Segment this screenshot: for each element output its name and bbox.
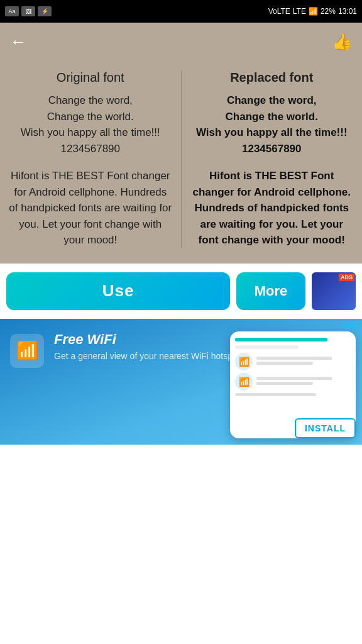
status-bar: Aa 🖼 ⚡ VoLTE LTE 📶 22% 13:01 xyxy=(0,0,362,23)
use-button[interactable]: Use xyxy=(6,272,230,310)
font-preview-area: Original font Change the word,Change the… xyxy=(0,60,362,264)
like-button[interactable]: 👍 xyxy=(332,32,352,52)
ad-label: ADS xyxy=(341,321,358,330)
mock-bar-header xyxy=(235,338,327,341)
original-font-header: Original font xyxy=(9,70,172,85)
original-font-sample2: Hifont is THE BEST Font changer for Andr… xyxy=(9,168,172,248)
status-volte: VoLTE xyxy=(268,7,290,16)
mock-bar-sub xyxy=(235,345,299,349)
font-columns: Original font Change the word,Change the… xyxy=(0,70,362,248)
original-font-sample1: Change the word,Change the world.Wish yo… xyxy=(9,92,172,157)
icon-aa: Aa xyxy=(5,6,19,16)
icon-usb: ⚡ xyxy=(38,6,52,16)
status-lte: LTE xyxy=(293,7,306,16)
mock-lines-1 xyxy=(256,357,351,367)
replaced-font-sample2: Hifont is THE BEST Font changer for Andr… xyxy=(190,168,354,248)
replaced-font-header: Replaced font xyxy=(190,70,354,85)
mock-line-a xyxy=(256,357,332,360)
wifi-icon: 📶 xyxy=(16,340,38,361)
status-signal-bars: 📶 xyxy=(309,7,318,16)
mock-row-1: 📶 xyxy=(235,353,351,370)
mock-bar-bottom xyxy=(235,393,316,396)
mock-line-b xyxy=(256,362,313,365)
more-button[interactable]: More xyxy=(236,272,305,310)
action-bar: Use More ADS xyxy=(0,264,362,319)
replaced-font-sample1: Change the word,Change the world.Wish yo… xyxy=(190,92,354,157)
install-button[interactable]: INSTALL xyxy=(295,418,356,438)
status-right-info: VoLTE LTE 📶 22% 13:01 xyxy=(268,7,357,16)
status-left-icons: Aa 🖼 ⚡ xyxy=(5,6,52,16)
back-button[interactable]: ← xyxy=(10,32,26,52)
mock-row-2: 📶 xyxy=(235,373,351,391)
mock-line-c xyxy=(256,377,332,380)
wifi-icon-box: 📶 xyxy=(10,334,44,368)
ads-thumbnail[interactable]: ADS xyxy=(312,272,356,310)
status-battery: 22% xyxy=(321,7,336,16)
mock-line-d xyxy=(256,382,313,385)
mock-lines-2 xyxy=(256,377,351,387)
icon-img: 🖼 xyxy=(21,6,35,16)
ads-badge: ADS xyxy=(339,274,354,281)
replaced-font-column: Replaced font Change the word,Change the… xyxy=(182,70,363,248)
ad-banner[interactable]: ADS 📶 Free WiFi Get a general view of yo… xyxy=(0,319,362,445)
mock-circle-2: 📶 xyxy=(235,373,253,391)
status-time: 13:01 xyxy=(338,7,357,16)
mock-circle-1: 📶 xyxy=(235,353,253,370)
top-bar: ← 👍 xyxy=(0,23,362,60)
original-font-column: Original font Change the word,Change the… xyxy=(0,70,181,248)
